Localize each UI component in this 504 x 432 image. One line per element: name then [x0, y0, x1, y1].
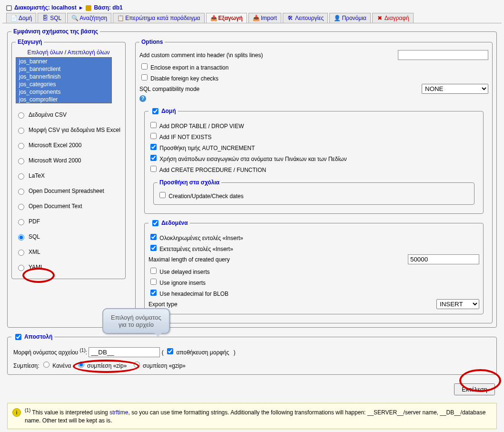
- export-legend: Εξαγωγή: [16, 39, 44, 45]
- bc-server-label[interactable]: Διακομιστής: localhost: [14, 4, 77, 11]
- tab-query[interactable]: 📋Επερώτημα κατά παράδειγμα: [113, 13, 204, 23]
- format-ods-text[interactable]: Open Document Text: [16, 199, 121, 214]
- add-ifnotexists-check[interactable]: Add IF NOT EXISTS: [148, 131, 211, 141]
- filename-input[interactable]: [89, 347, 160, 357]
- drop-icon: ✖: [376, 15, 383, 21]
- max-query-label: Maximal length of created query: [148, 256, 404, 263]
- format-ods-spreadsheet[interactable]: Open Document Spreadsheet: [16, 183, 121, 199]
- export-icon: 📤: [210, 15, 217, 21]
- format-sql[interactable]: SQL: [16, 229, 121, 244]
- delayed-check[interactable]: Use delayed inserts: [148, 266, 210, 275]
- compress-gzip[interactable]: συμπίεση «gzip»: [131, 362, 186, 369]
- format-latex[interactable]: LaTeX: [16, 168, 121, 183]
- info-icon: i: [12, 408, 21, 417]
- data-fieldset: Δεδομένα Ολοκληρωμένες εντολές «Insert» …: [144, 219, 484, 314]
- structure-legend[interactable]: Δομή: [148, 107, 178, 116]
- export-fieldset: Εξαγωγή Επιλογή όλων / Απεπιλογή όλων jo…: [11, 39, 126, 279]
- format-excel2000[interactable]: Microsoft Excel 2000: [16, 138, 121, 153]
- sql-compat-select[interactable]: NONE: [422, 84, 488, 94]
- export-type-label: Export type: [148, 301, 433, 308]
- structure-icon: 📄: [10, 15, 17, 21]
- hex-blob-check[interactable]: Use hexadecimal for BLOB: [148, 288, 228, 297]
- send-legend[interactable]: Αποστολή: [11, 332, 54, 342]
- structure-fieldset: Δομή Add DROP TABLE / DROP VIEW Add IF N…: [144, 107, 484, 214]
- add-drop-check[interactable]: Add DROP TABLE / DROP VIEW: [148, 121, 244, 130]
- compress-zip[interactable]: συμπίεση «zip»: [76, 362, 127, 369]
- operations-icon: 🛠: [287, 15, 294, 21]
- send-fieldset: Αποστολή Μορφή ονόματος αρχείου (1): ( α…: [7, 332, 497, 375]
- tabs: 📄Δομή 🗄SQL 🔍Αναζήτηση 📋Επερώτημα κατά πα…: [2, 13, 502, 23]
- privileges-icon: 👤: [334, 15, 340, 21]
- comments-legend: Προσθήκη στα σχόλια: [158, 179, 221, 186]
- strftime-link[interactable]: strftime: [109, 409, 128, 416]
- enclose-transaction-check[interactable]: Enclose export in a transaction: [139, 62, 228, 71]
- select-all-link[interactable]: Επιλογή όλων: [27, 49, 63, 56]
- add-procedure-check[interactable]: Add CREATE PROCEDURE / FUNCTION: [148, 164, 266, 173]
- export-type-select[interactable]: INSERT: [436, 299, 479, 309]
- breadcrumb: Διακομιστής: localhost ▸ Βάση: db1: [2, 2, 502, 13]
- callout-tooltip: Επιλογή ονόματος για το αρχείο: [102, 308, 170, 334]
- filename-label: Μορφή ονόματος αρχείου (1):: [13, 349, 87, 356]
- execute-button[interactable]: Εκτέλεση: [454, 383, 495, 395]
- custom-comment-input[interactable]: [398, 50, 488, 60]
- auto-increment-check[interactable]: Προσθήκη τιμής AUTO_INCREMENT: [148, 142, 255, 151]
- max-query-input[interactable]: [408, 254, 479, 264]
- compress-none[interactable]: Κανένα: [41, 362, 71, 369]
- format-yaml[interactable]: YAML: [16, 260, 121, 275]
- tab-privileges[interactable]: 👤Προνόμια: [329, 13, 370, 23]
- format-csv-excel[interactable]: Μορφή CSV για δεδομένα MS Excel: [16, 122, 121, 138]
- tab-search[interactable]: 🔍Αναζήτηση: [67, 13, 111, 23]
- backquotes-check[interactable]: Χρήση ανάποδων εισαγωγικών στα ονόματα τ…: [148, 153, 346, 162]
- list-item[interactable]: jos_comprofiler: [16, 96, 111, 103]
- format-csv[interactable]: Δεδομένα CSV: [16, 107, 121, 122]
- options-fieldset: Options Add custom comment into header (…: [135, 39, 493, 323]
- sql-icon: 🗄: [42, 15, 49, 21]
- view-schema-link[interactable]: Εμφάνιση σχήματος της βάσης: [13, 28, 98, 35]
- database-icon: [86, 5, 91, 11]
- footnote-box: i (1) This value is interpreted using st…: [7, 403, 497, 429]
- table-listbox[interactable]: jos_banner jos_bannerclient jos_bannerfi…: [16, 57, 112, 103]
- ignore-check[interactable]: Use ignore inserts: [148, 277, 206, 286]
- tab-drop[interactable]: ✖Διαγραφή: [372, 13, 414, 23]
- format-pdf[interactable]: PDF: [16, 214, 121, 229]
- data-legend[interactable]: Δεδομένα: [148, 219, 190, 228]
- extended-inserts-check[interactable]: Εκτεταμένες εντολές «Insert»: [148, 243, 233, 252]
- import-icon: 📥: [253, 15, 259, 21]
- options-legend: Options: [139, 39, 165, 45]
- query-icon: 📋: [117, 15, 124, 21]
- tab-structure[interactable]: 📄Δομή: [6, 13, 36, 23]
- format-xml[interactable]: XML: [16, 244, 121, 260]
- list-item[interactable]: jos_banner: [16, 58, 111, 65]
- remember-check[interactable]: αποθήκευση μορφής: [165, 349, 229, 356]
- comments-fieldset: Προσθήκη στα σχόλια Creation/Update/Chec…: [153, 179, 474, 205]
- list-item[interactable]: jos_bannerfinish: [16, 73, 111, 80]
- server-icon: [6, 5, 12, 11]
- sql-compat-label: SQL compatibility mode: [139, 86, 418, 92]
- tab-sql[interactable]: 🗄SQL: [38, 13, 66, 23]
- custom-comment-label: Add custom comment into header (\n split…: [139, 52, 394, 59]
- view-schema-fieldset: Εμφάνιση σχήματος της βάσης Εξαγωγή Επιλ…: [7, 28, 497, 328]
- bc-db-label[interactable]: Βάση: db1: [94, 4, 122, 11]
- help-icon[interactable]: ?: [139, 95, 146, 102]
- tab-export[interactable]: 📤Εξαγωγή: [206, 13, 247, 23]
- format-radios: Δεδομένα CSV Μορφή CSV για δεδομένα MS E…: [16, 107, 121, 275]
- list-item[interactable]: jos_categories: [16, 80, 111, 88]
- complete-inserts-check[interactable]: Ολοκληρωμένες εντολές «Insert»: [148, 232, 243, 241]
- disable-fk-check[interactable]: Disable foreign key checks: [139, 73, 218, 82]
- compression-label: Συμπίεση:: [13, 362, 40, 369]
- list-item[interactable]: jos_components: [16, 88, 111, 96]
- tab-import[interactable]: 📥Import: [248, 13, 281, 23]
- tab-operations[interactable]: 🛠Λειτουργίες: [283, 13, 328, 23]
- list-item[interactable]: jos_bannerclient: [16, 65, 111, 73]
- unselect-all-link[interactable]: Απεπιλογή όλων: [68, 49, 110, 56]
- search-icon: 🔍: [71, 15, 78, 21]
- dates-check[interactable]: Creation/Update/Check dates: [158, 191, 244, 200]
- format-word2000[interactable]: Microsoft Word 2000: [16, 153, 121, 168]
